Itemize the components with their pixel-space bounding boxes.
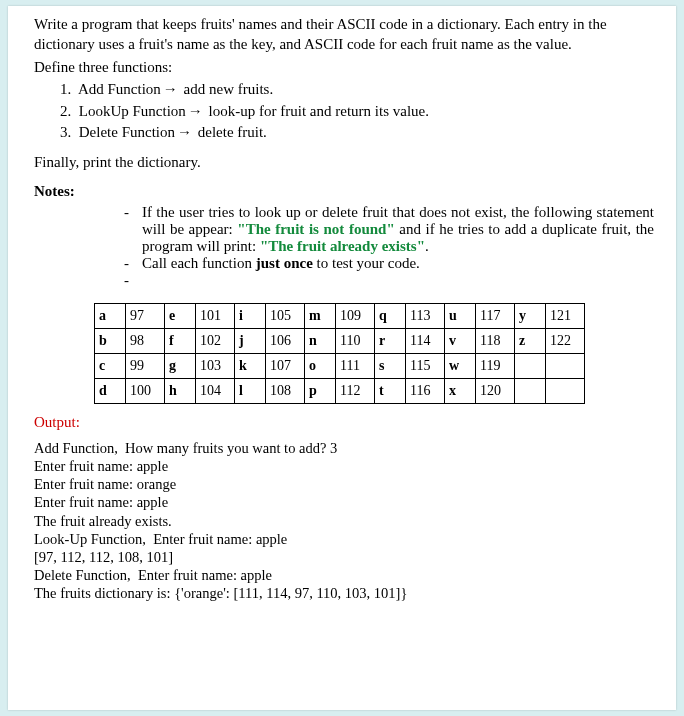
console-line: Add Function, How many fruits you want t… [34,439,654,457]
ascii-code-cell: 98 [126,329,165,354]
ascii-letter-cell: a [95,304,126,329]
ascii-code-cell: 120 [476,379,515,404]
func3-num: 3. [60,124,71,140]
ascii-letter-cell: n [305,329,336,354]
ascii-code-cell: 114 [406,329,445,354]
functions-list: 1. Add Function→ add new fruits. 2. Look… [60,79,654,144]
ascii-code-cell: 102 [196,329,235,354]
ascii-code-cell [546,379,585,404]
func1-desc: add new fruits. [180,81,273,97]
arrow-icon: → [161,81,180,97]
ascii-code-cell: 109 [336,304,375,329]
func-item-1: 1. Add Function→ add new fruits. [60,79,654,101]
ascii-letter-cell: h [165,379,196,404]
intro-text: Write a program that keeps fruits' names… [34,14,654,55]
note1-quote2: "The fruit already exists" [260,238,425,254]
ascii-letter-cell: l [235,379,266,404]
arrow-icon: → [186,103,205,119]
func2-num: 2. [60,103,71,119]
console-line: Look-Up Function, Enter fruit name: appl… [34,530,654,548]
define-line: Define three functions: [34,57,654,77]
note-item-1: - If the user tries to look up or delete… [124,204,654,255]
console-line: Enter fruit name: apple [34,493,654,511]
func-item-2: 2. LookUp Function→ look-up for fruit an… [60,101,654,123]
ascii-letter-cell: t [375,379,406,404]
ascii-code-cell: 106 [266,329,305,354]
ascii-code-cell: 103 [196,354,235,379]
bullet-dash: - [124,204,142,255]
console-line: The fruit already exists. [34,512,654,530]
func2-name: LookUp Function [79,103,186,119]
table-row: d100h104l108p112t116x120 [95,379,585,404]
ascii-code-cell: 105 [266,304,305,329]
ascii-letter-cell: u [445,304,476,329]
ascii-code-cell: 99 [126,354,165,379]
note3-text [142,272,654,289]
ascii-letter-cell: o [305,354,336,379]
ascii-letter-cell: z [515,329,546,354]
ascii-letter-cell: b [95,329,126,354]
ascii-letter-cell: q [375,304,406,329]
ascii-code-cell: 110 [336,329,375,354]
ascii-letter-cell: x [445,379,476,404]
ascii-code-cell: 101 [196,304,235,329]
ascii-code-cell: 117 [476,304,515,329]
table-row: b98f102j106n110r114v118z122 [95,329,585,354]
ascii-letter-cell: e [165,304,196,329]
ascii-letter-cell: s [375,354,406,379]
bullet-dash: - [124,272,142,289]
note2-part-a: Call each function [142,255,256,271]
ascii-code-cell: 111 [336,354,375,379]
ascii-letter-cell: d [95,379,126,404]
ascii-code-cell: 122 [546,329,585,354]
ascii-letter-cell: r [375,329,406,354]
table-row: a97e101i105m109q113u117y121 [95,304,585,329]
func3-desc: delete fruit. [194,124,267,140]
intro-block: Write a program that keeps fruits' names… [34,14,654,77]
console-line: Enter fruit name: orange [34,475,654,493]
note1-quote1: "The fruit is not found" [237,221,394,237]
output-heading: Output: [34,414,654,431]
ascii-letter-cell: p [305,379,336,404]
ascii-letter-cell: g [165,354,196,379]
ascii-code-cell: 115 [406,354,445,379]
note2-bold: just once [256,255,313,271]
ascii-letter-cell: v [445,329,476,354]
ascii-code-cell: 121 [546,304,585,329]
note-item-2: - Call each function just once to test y… [124,255,654,272]
ascii-code-cell: 113 [406,304,445,329]
ascii-code-cell: 118 [476,329,515,354]
ascii-letter-cell: m [305,304,336,329]
ascii-code-cell: 107 [266,354,305,379]
ascii-letter-cell: j [235,329,266,354]
ascii-letter-cell [515,354,546,379]
ascii-code-cell: 97 [126,304,165,329]
document-page: Write a program that keeps fruits' names… [8,6,676,710]
arrow-icon: → [175,124,194,140]
ascii-letter-cell: c [95,354,126,379]
notes-block: - If the user tries to look up or delete… [124,204,654,289]
console-line: Delete Function, Enter fruit name: apple [34,566,654,584]
ascii-letter-cell: i [235,304,266,329]
note2-text: Call each function just once to test you… [142,255,654,272]
func2-desc: look-up for fruit and return its value. [205,103,429,119]
note1-text: If the user tries to look up or delete f… [142,204,654,255]
note-item-3: - [124,272,654,289]
console-output: Add Function, How many fruits you want t… [34,439,654,602]
console-line: Enter fruit name: apple [34,457,654,475]
func-item-3: 3. Delete Function→ delete fruit. [60,122,654,144]
ascii-letter-cell: w [445,354,476,379]
note1-part-c: . [425,238,429,254]
ascii-code-cell: 100 [126,379,165,404]
console-line: The fruits dictionary is: {'orange': [11… [34,584,654,602]
ascii-letter-cell [515,379,546,404]
ascii-table: a97e101i105m109q113u117y121b98f102j106n1… [94,303,585,404]
ascii-table-wrap: a97e101i105m109q113u117y121b98f102j106n1… [94,303,654,404]
console-line: [97, 112, 112, 108, 101] [34,548,654,566]
ascii-code-cell: 104 [196,379,235,404]
func1-name: Add Function [78,81,161,97]
table-row: c99g103k107o111s115w119 [95,354,585,379]
bullet-dash: - [124,255,142,272]
ascii-code-cell: 108 [266,379,305,404]
ascii-letter-cell: y [515,304,546,329]
